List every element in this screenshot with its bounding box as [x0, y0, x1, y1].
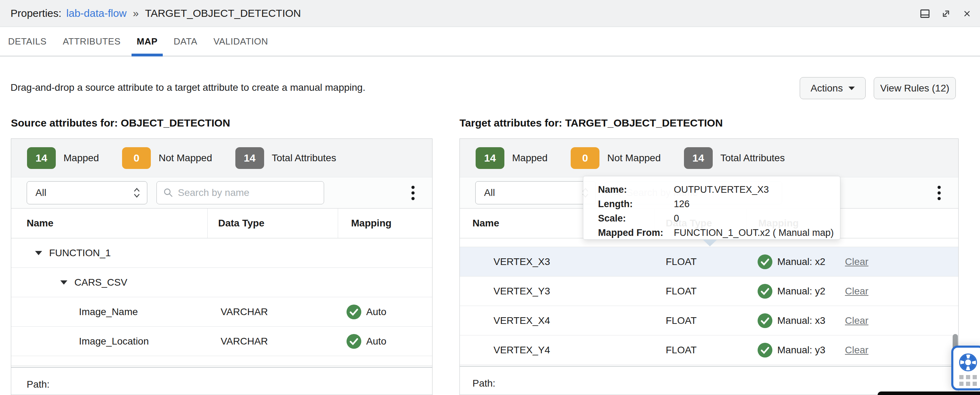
breadcrumb: Properties: lab-data-flow » TARGET_OBJEC…: [11, 7, 301, 19]
tab-validation[interactable]: VALIDATION: [205, 27, 277, 56]
breadcrumb-link-data-flow[interactable]: lab-data-flow: [66, 7, 127, 19]
mapped-check-icon: [346, 304, 362, 320]
table-row[interactable]: VERTEX_X3 FLOAT Manual: x2 Clear: [460, 247, 958, 276]
tab-attributes[interactable]: ATTRIBUTES: [55, 27, 129, 56]
path-label: Path:: [27, 379, 49, 390]
table-row[interactable]: Image_Location VARCHAR Auto: [11, 327, 432, 356]
properties-header: Properties: lab-data-flow » TARGET_OBJEC…: [0, 0, 980, 27]
source-search-box: [156, 181, 324, 204]
tooltip-field-label: Scale:: [598, 211, 674, 226]
column-header-data-type: Data Type: [208, 209, 338, 238]
clear-mapping-link[interactable]: Clear: [845, 344, 869, 356]
attribute-name: VERTEX_Y3: [460, 276, 654, 306]
mapping-status: Manual: x2: [777, 256, 825, 267]
view-rules-label: View Rules (12): [880, 83, 949, 94]
tooltip-field-value: 0: [674, 211, 679, 226]
attribute-group-name: FUNCTION_1: [49, 247, 111, 259]
dock-panel-icon[interactable]: [919, 8, 931, 20]
attribute-name: VERTEX_X3: [460, 247, 654, 276]
mapped-check-icon: [757, 342, 773, 358]
clear-mapping-link[interactable]: Clear: [845, 286, 869, 297]
path-label: Path:: [473, 378, 495, 389]
attribute-details-tooltip: Name: OUTPUT.VERTEX_X3 Length: 126 Scale…: [583, 176, 840, 240]
help-widget[interactable]: [951, 346, 980, 390]
tooltip-field-label: Mapped From:: [598, 226, 674, 240]
column-header-name: Name: [11, 209, 208, 238]
tab-bar: DETAILS ATTRIBUTES MAP DATA VALIDATION: [0, 27, 980, 56]
tooltip-field-value: OUTPUT.VERTEX_X3: [674, 182, 769, 197]
tooltip-field-value: FUNCTION_1_OUT.x2 ( Manual map): [674, 226, 834, 240]
attribute-name: Image_Location: [11, 327, 208, 356]
table-row[interactable]: Image_Name VARCHAR Auto: [11, 297, 432, 327]
source-toolbar: All: [11, 177, 432, 208]
total-attributes-badge: 14: [235, 147, 264, 169]
total-attributes-label: Total Attributes: [721, 152, 785, 164]
mapped-count-badge: 14: [476, 147, 504, 169]
mapping-status: Manual: x3: [777, 315, 825, 326]
mapping-status: Manual: y3: [777, 344, 825, 356]
tab-data[interactable]: DATA: [165, 27, 205, 56]
collapse-caret-icon[interactable]: [35, 251, 42, 255]
attribute-data-type: VARCHAR: [208, 327, 338, 356]
tooltip-field-label: Name:: [598, 182, 674, 197]
attribute-data-type: FLOAT: [654, 276, 746, 306]
table-row[interactable]: VERTEX_Y3 FLOAT Manual: y2 Clear: [460, 276, 958, 306]
mapped-check-icon: [346, 333, 362, 349]
close-icon[interactable]: [961, 8, 973, 20]
source-summary-bar: 14 Mapped 0 Not Mapped 14 Total Attribut…: [11, 139, 432, 177]
lifebuoy-icon: [958, 352, 978, 372]
target-filter-value: All: [484, 187, 495, 198]
mapped-check-icon: [757, 313, 773, 329]
target-overflow-menu-icon[interactable]: [935, 184, 943, 202]
tooltip-field-label: Length:: [598, 197, 674, 211]
source-table-header: Name Data Type Mapping: [11, 208, 432, 238]
table-row[interactable]: VERTEX_Y4 FLOAT Manual: y3 Clear: [460, 335, 958, 365]
mapped-check-icon: [757, 254, 773, 270]
target-filter-select[interactable]: All: [475, 181, 596, 204]
attribute-data-type: FLOAT: [654, 247, 746, 276]
breadcrumb-current: TARGET_OBJECT_DETECTION: [145, 7, 301, 19]
mapped-label: Mapped: [512, 152, 547, 164]
mapped-check-icon: [757, 283, 773, 299]
breadcrumb-separator: »: [132, 7, 140, 19]
actions-button[interactable]: Actions: [800, 77, 865, 99]
screen-edge-bar: [878, 392, 980, 395]
target-path-footer: Path:: [460, 366, 958, 395]
mapping-instruction: Drag-and-drop a source attribute to a ta…: [11, 82, 366, 93]
collapse-caret-icon[interactable]: [60, 281, 67, 285]
mapped-count-badge: 14: [27, 147, 56, 169]
mapping-status: Auto: [366, 306, 387, 317]
view-rules-button[interactable]: View Rules (12): [874, 77, 956, 99]
attribute-name: VERTEX_Y4: [460, 335, 654, 365]
source-path-footer: Path:: [11, 367, 432, 395]
tooltip-arrow: [703, 240, 717, 246]
source-overflow-menu-icon[interactable]: [409, 184, 417, 202]
attribute-name: VERTEX_X4: [460, 306, 654, 335]
total-attributes-badge: 14: [684, 147, 713, 169]
total-attributes-label: Total Attributes: [272, 152, 336, 164]
source-attributes-panel: 14 Mapped 0 Not Mapped 14 Total Attribut…: [11, 138, 433, 395]
source-filter-select[interactable]: All: [27, 181, 147, 204]
table-row-group[interactable]: CARS_CSV: [11, 268, 432, 297]
target-summary-bar: 14 Mapped 0 Not Mapped 14 Total Attribut…: [460, 139, 958, 177]
source-panel-title: Source attributes for: OBJECT_DETECTION: [11, 117, 230, 129]
clear-mapping-link[interactable]: Clear: [845, 256, 869, 267]
attribute-data-type: FLOAT: [654, 306, 746, 335]
table-row-partial: [11, 356, 432, 366]
actions-button-label: Actions: [811, 83, 843, 94]
tab-map[interactable]: MAP: [129, 27, 165, 56]
drag-handle-icon[interactable]: [959, 375, 977, 386]
search-icon: [163, 187, 173, 198]
attribute-name: Image_Name: [11, 297, 208, 326]
chevron-down-icon: [848, 87, 855, 90]
source-search-input[interactable]: [178, 187, 317, 198]
page-title: Properties:: [11, 7, 61, 19]
table-row-group[interactable]: FUNCTION_1: [11, 238, 432, 268]
clear-mapping-link[interactable]: Clear: [845, 315, 869, 326]
tab-details[interactable]: DETAILS: [0, 27, 55, 56]
column-header-mapping: Mapping: [338, 209, 432, 238]
table-row[interactable]: VERTEX_X4 FLOAT Manual: x3 Clear: [460, 306, 958, 335]
expand-icon[interactable]: [940, 8, 952, 20]
source-filter-value: All: [35, 187, 46, 198]
attribute-group-name: CARS_CSV: [74, 277, 127, 288]
